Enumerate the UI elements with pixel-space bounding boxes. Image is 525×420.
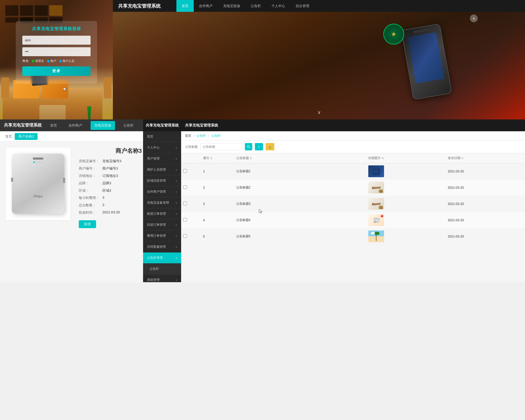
nav-item-home[interactable]: 首页 [176, 0, 194, 12]
sidebar-item-return-orders[interactable]: 归还订单管理 ∨ [143, 219, 181, 230]
col-header-title[interactable]: 公告标题⇅ [234, 153, 366, 163]
hero-banner: ★ 共享充电宝管理系统 首页 合作商户 充电宝投放 公告栏 个人中心 后台管理 … [113, 0, 525, 119]
row-title-2: 公告标题2 [234, 180, 366, 196]
table-header-row: 索引⇅ 公告标题⇅ 封面图片⇅ 发布日期⇅ [181, 153, 525, 163]
row-image-3: News [366, 196, 445, 212]
product-nav-home[interactable]: 首页 [47, 123, 60, 128]
toolbar-search-input[interactable] [200, 143, 242, 150]
toolbar-add-button[interactable]: + [255, 143, 263, 150]
field-label-1: 商户编号： [79, 166, 102, 171]
field-label-3: 品牌： [79, 181, 102, 186]
admin-header-title: 共享充电宝管理系统 [185, 123, 218, 128]
row-checkbox-3[interactable] [181, 196, 201, 212]
field-value-5: 3 [102, 196, 104, 200]
col-header-index[interactable]: 索引⇅ [201, 153, 234, 163]
sidebar-item-home-label: 首页 [147, 134, 153, 139]
admin-panel: 共享充电宝管理系统 首页 › 公告栏 › 公告栏 公告标题 + △ 索引⇅ 公告… [181, 119, 525, 282]
news-image-globe [368, 165, 384, 177]
admin-bc-home[interactable]: 首页 [185, 134, 191, 138]
sidebar-item-users[interactable]: 用户管理 ∨ [143, 153, 181, 164]
toolbar-delete-button[interactable]: △ [266, 143, 274, 150]
sidebar-item-announcements-mgmt[interactable]: 公告栏管理 ∧ [143, 253, 181, 264]
admin-bc-category[interactable]: 公告栏 [197, 134, 206, 138]
hero-down-arrow[interactable]: ∨ [314, 109, 324, 116]
sidebar-item-users-label: 用户管理 [147, 156, 160, 161]
product-nav-announcements[interactable]: 公告栏 [120, 123, 137, 128]
sidebar-arrow-ann: ∧ [175, 256, 177, 259]
role-admin-radio[interactable] [32, 60, 34, 62]
row-index-5: 5 [201, 228, 234, 245]
product-nav-title: 共享充电宝管理系统 [4, 123, 42, 128]
login-form: 共享充电宝管理系统登录 角色 管理员 商户 客户人员 登录 [16, 21, 97, 84]
sidebar-item-return-label: 归还订单管理 [147, 223, 166, 227]
sidebar-arrow-profile: ∨ [175, 146, 177, 149]
sidebar-item-customer-service[interactable]: 共同客服管理 ∨ [143, 242, 181, 253]
nav-item-announcements[interactable]: 公告栏 [245, 0, 266, 12]
row-checkbox-2[interactable] [181, 180, 201, 196]
nav-item-powerbank[interactable]: 充电宝投放 [218, 0, 245, 12]
field-label-7: 投放时间： [79, 210, 102, 215]
row-image-5 [366, 228, 445, 245]
field-value-1: 商户编号3 [102, 166, 118, 171]
row-image-4: 📰 [366, 212, 445, 228]
sidebar-item-maintenance-label: 维护人员管理 [147, 167, 166, 172]
password-input[interactable] [22, 47, 91, 56]
nav-item-admin[interactable]: 后台管理 [290, 0, 314, 12]
login-title: 共享充电宝管理系统登录 [22, 26, 91, 32]
news-image-news2: News [368, 198, 384, 210]
row-checkbox-4[interactable] [181, 212, 201, 228]
nav-item-merchants[interactable]: 合作商户 [194, 0, 218, 12]
hero-up-arrow[interactable]: ∧ [470, 14, 478, 22]
table-row: 2 公告标题2 News 2021-03-20 [181, 180, 525, 196]
role-merchant-option[interactable]: 商户 [47, 59, 56, 63]
row-checkbox-1[interactable] [181, 163, 201, 180]
breadcrumb-home[interactable]: 首页 [5, 134, 12, 139]
field-label-4: 区域： [79, 188, 102, 193]
sidebar-item-rental-orders[interactable]: 租赁订单管理 ∨ [143, 208, 181, 219]
table-row: 1 公告标题1 2021-03-20 [181, 163, 525, 180]
username-input[interactable] [22, 36, 91, 45]
role-user-option[interactable]: 客户人员 [59, 59, 74, 63]
starbucks-logo: ★ [383, 24, 404, 45]
login-panel: 共享充电宝管理系统登录 角色 管理员 商户 客户人员 登录 [0, 0, 113, 119]
sidebar-item-system[interactable]: 系统管理 ∨ [143, 275, 181, 282]
row-image-2: News [366, 180, 445, 196]
toolbar-search-label: 公告标题 [185, 145, 198, 149]
role-user-radio[interactable] [59, 60, 62, 62]
sidebar-item-cs-label: 共同客服管理 [147, 245, 166, 249]
row-checkbox-5[interactable] [181, 228, 201, 245]
sidebar-item-rental-label: 租赁订单管理 [147, 212, 166, 216]
hero-bg [113, 12, 525, 119]
sidebar-item-maintenance[interactable]: 维护人员管理 ∨ [143, 164, 181, 175]
sidebar-item-regions[interactable]: 区域信息管理 ∨ [143, 175, 181, 186]
sidebar-arrow-maintenance: ∨ [175, 168, 177, 171]
col-header-checkbox [181, 153, 201, 163]
sidebar-item-ann-sub-label: 公告栏 [150, 267, 159, 271]
row-date-4: 2021-03-20 [446, 212, 525, 228]
sidebar-item-home[interactable]: 首页 [143, 131, 181, 142]
edit-button[interactable]: 租借 [79, 220, 96, 228]
sidebar-item-regions-label: 区域信息管理 [147, 178, 166, 183]
nav-item-profile[interactable]: 个人中心 [266, 0, 290, 12]
product-nav-powerbank[interactable]: 充电宝投放 [91, 121, 115, 130]
sidebar-item-merchants-mgmt[interactable]: 合作商户管理 ∨ [143, 186, 181, 197]
news-image-magazine: 📰 [368, 214, 384, 226]
field-label-6: 总台数量： [79, 203, 102, 208]
login-button[interactable]: 登录 [22, 66, 91, 76]
product-image-box: Philips [5, 147, 71, 220]
sidebar-item-profile[interactable]: 个人中心 ∨ [143, 142, 181, 153]
row-date-5: 2021-03-20 [446, 228, 525, 245]
sidebar-item-announcements-sub[interactable]: 公告栏 [143, 264, 181, 275]
sidebar-item-devices[interactable]: 充电宝设备管理 ∨ [143, 197, 181, 208]
col-header-date[interactable]: 发布日期⇅ [446, 153, 525, 163]
field-label-0: 充电宝编号： [79, 159, 102, 164]
sidebar-menu: 共享充电宝管理系统 首页 个人中心 ∨ 用户管理 ∨ 维护人员管理 ∨ 区域信息… [143, 119, 181, 282]
role-admin-option[interactable]: 管理员 [32, 59, 44, 63]
role-merchant-radio[interactable] [47, 60, 50, 62]
login-decor [5, 5, 62, 23]
sidebar-item-fee-label: 费用订单管理 [147, 234, 166, 238]
toolbar-search-button[interactable] [245, 143, 252, 150]
product-nav-merchants[interactable]: 合作商户 [65, 123, 85, 128]
col-header-image[interactable]: 封面图片⇅ [366, 153, 445, 163]
sidebar-item-fee-orders[interactable]: 费用订单管理 ∨ [143, 230, 181, 242]
